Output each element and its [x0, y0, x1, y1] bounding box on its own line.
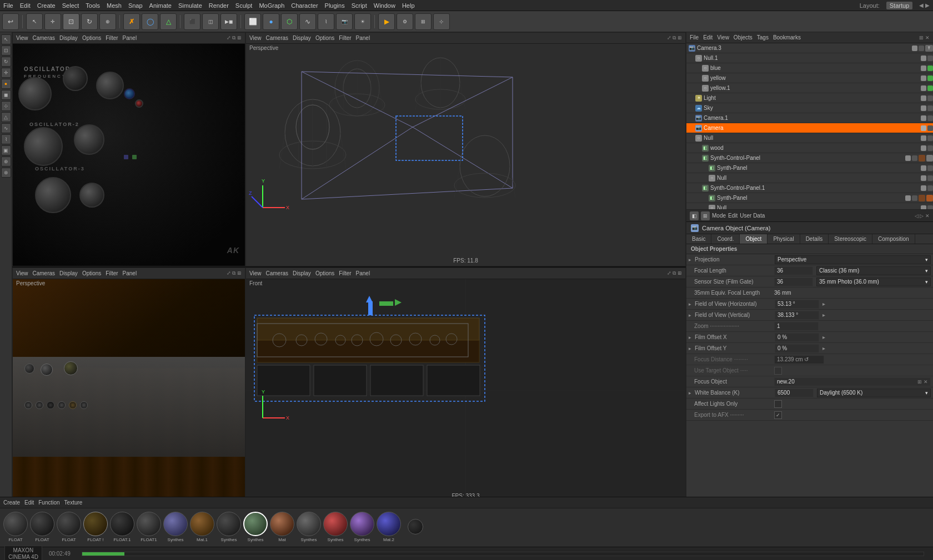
menu-select[interactable]: Select — [62, 2, 79, 9]
obj-item-null-sub1[interactable]: ○ Null — [686, 173, 933, 183]
obj-item-synth-cp1[interactable]: ◧ Synth-Control-Panel.1 — [686, 183, 933, 193]
obj-menu-objects[interactable]: Objects — [734, 34, 753, 41]
mat-item-5[interactable]: FLOAT1 — [137, 512, 161, 542]
timeline-button[interactable]: ◫ — [202, 13, 219, 30]
obj-item-null1[interactable]: ○ Null.1 — [686, 53, 933, 63]
mat-item-2[interactable]: FLOAT — [57, 512, 81, 542]
obj-item-synth-panel1[interactable]: ◧ Synth-Panel — [686, 163, 933, 173]
menu-snap[interactable]: Snap — [128, 2, 143, 9]
obj-menu-bookmarks[interactable]: Bookmarks — [773, 34, 801, 41]
vp-menu-view-3[interactable]: View — [16, 270, 28, 276]
keyframe-button[interactable]: ⬛ — [184, 13, 200, 30]
mode-tab-edit[interactable]: Edit — [728, 213, 738, 219]
check-ns2-1[interactable] — [921, 205, 926, 210]
sidebar-btn-6[interactable]: ◼ — [1, 90, 11, 100]
props-mode-controls[interactable]: ◁ ▷ ✕ — [915, 213, 930, 219]
mat-edit[interactable]: Edit — [24, 500, 34, 506]
obj-item-sky[interactable]: ☁ Sky — [686, 103, 933, 113]
sidebar-btn-11[interactable]: ▣ — [1, 145, 11, 155]
obj-menu-tags[interactable]: Tags — [757, 34, 769, 41]
check-sky-2[interactable] — [927, 105, 933, 111]
menu-sculpt[interactable]: Sculpt — [235, 2, 253, 9]
prop-focal-select[interactable]: Classic (36 mm) — [816, 266, 931, 275]
menu-edit[interactable]: Edit — [20, 2, 31, 9]
obj-item-light[interactable]: ☀ Light — [686, 93, 933, 103]
menu-plugins[interactable]: Plugins — [325, 2, 345, 9]
prop-projection-select[interactable]: Perspective — [775, 255, 931, 264]
menu-create[interactable]: Create — [37, 2, 56, 9]
menu-mesh[interactable]: Mesh — [107, 2, 122, 9]
menu-character[interactable]: Character — [291, 2, 318, 9]
check-yellow1-2[interactable] — [927, 85, 933, 91]
check-scp-1[interactable] — [905, 155, 911, 161]
poly-mode-button[interactable]: △ — [160, 13, 177, 30]
vp-menu-cameras-1[interactable]: Cameras — [33, 35, 56, 41]
vp-menu-options-3[interactable]: Options — [82, 270, 101, 276]
cube-button[interactable]: ⬜ — [244, 13, 261, 30]
sidebar-btn-5[interactable]: ● — [1, 79, 11, 89]
check-blue-2[interactable] — [927, 65, 933, 71]
light-button[interactable]: ☀ — [354, 13, 371, 30]
mat-item-7[interactable]: Mat.1 — [190, 512, 214, 542]
prop-wb-select[interactable]: Daylight (6500 K) — [817, 389, 931, 397]
obj-item-wood[interactable]: ◧ wood — [686, 143, 933, 153]
prop-filmy-input[interactable]: 0 % — [775, 344, 819, 353]
menu-tools[interactable]: Tools — [86, 2, 100, 9]
check-yellow-1[interactable] — [921, 75, 926, 81]
tab-details[interactable]: Details — [800, 234, 829, 244]
tab-composition[interactable]: Composition — [872, 234, 915, 244]
rotate-tool-button[interactable]: ↻ — [81, 13, 98, 30]
check-sky-1[interactable] — [921, 105, 926, 111]
mat-texture[interactable]: Texture — [64, 500, 83, 506]
obj-item-camera1[interactable]: 📷 Camera.1 — [686, 113, 933, 123]
menu-animate[interactable]: Animate — [149, 2, 172, 9]
vp-menu-filter-1[interactable]: Filter — [106, 35, 118, 41]
check-scp1-1[interactable] — [921, 185, 926, 191]
cylinder-button[interactable]: ⬡ — [281, 13, 298, 30]
obj-menu-view[interactable]: View — [717, 34, 729, 41]
vp-menu-options-4[interactable]: Options — [315, 270, 334, 276]
prop-fovh-input[interactable]: 53.13 ° — [775, 300, 819, 309]
check-cam1-1[interactable] — [921, 115, 926, 121]
sidebar-btn-2[interactable]: ⊡ — [1, 46, 11, 56]
mat-item-14[interactable]: Mat.2 — [377, 512, 401, 542]
prop-wb-input[interactable]: 6500 — [775, 389, 814, 397]
mat-create[interactable]: Create — [3, 500, 20, 506]
menu-simulate[interactable]: Simulate — [178, 2, 202, 9]
mat-item-4[interactable]: FLOAT.1 — [110, 512, 134, 542]
mat-item-1[interactable]: FLOAT — [30, 512, 54, 542]
check-ns2-2[interactable] — [927, 205, 933, 210]
motion-button[interactable]: ▶◼ — [220, 13, 237, 30]
check-null1-2[interactable] — [927, 56, 933, 61]
sidebar-btn-12[interactable]: ⊕ — [1, 157, 11, 167]
sphere-button[interactable]: ● — [263, 13, 279, 30]
tab-coord[interactable]: Coord. — [711, 234, 740, 244]
check-null-1[interactable] — [921, 135, 926, 141]
obj-item-synth-panel2[interactable]: ◧ Synth-Panel — [686, 193, 933, 203]
check-cam-1[interactable] — [921, 125, 926, 131]
check-light-1[interactable] — [921, 95, 926, 101]
obj-item-synth-cp[interactable]: ◧ Synth-Control-Panel — [686, 153, 933, 163]
vp-menu-filter-4[interactable]: Filter — [339, 270, 351, 276]
mat-item-extra[interactable] — [403, 519, 428, 536]
vp-menu-cameras-4[interactable]: Cameras — [266, 270, 289, 276]
mat-item-3[interactable]: FLOAT ! — [83, 512, 108, 542]
obj-item-null-sub2[interactable]: ○ Null — [686, 203, 933, 209]
obj-item-yellow[interactable]: ○ yellow — [686, 73, 933, 83]
check-sp1-1[interactable] — [921, 165, 926, 171]
tag-icon-scp2[interactable] — [926, 155, 933, 162]
vp-controls-2[interactable]: ⤢ ⧉ ⊞ — [667, 35, 682, 41]
deformer-button[interactable]: ⌇ — [318, 13, 334, 30]
mat-item-8[interactable]: Synthes — [217, 512, 241, 542]
sidebar-btn-7[interactable]: ⊹ — [1, 101, 11, 111]
prop-sensor-select[interactable]: 35 mm Photo (36.0 mm) — [816, 278, 931, 286]
prop-focal-input[interactable]: 36 — [774, 266, 813, 275]
mat-item-12[interactable]: Synthes — [323, 512, 348, 542]
prop-sensor-input[interactable]: 36 — [774, 278, 813, 286]
vp-menu-panel-2[interactable]: Panel — [356, 35, 370, 41]
mat-item-11[interactable]: Synthes — [297, 512, 321, 542]
vp-menu-filter-2[interactable]: Filter — [339, 35, 351, 41]
mat-item-9[interactable]: Synthes — [243, 512, 268, 542]
obj-item-yellow1[interactable]: ○ yellow.1 — [686, 83, 933, 93]
vp-menu-display-3[interactable]: Display — [59, 270, 78, 276]
